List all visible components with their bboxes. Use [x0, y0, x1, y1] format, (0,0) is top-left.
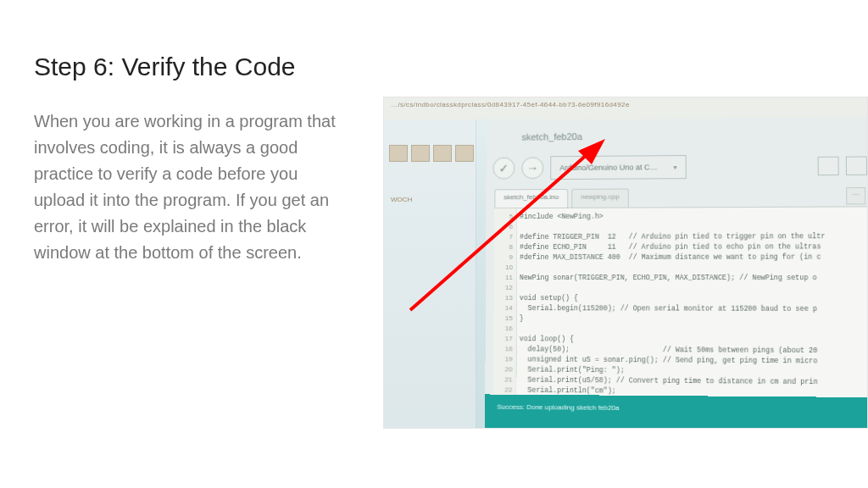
- serial-plotter-button[interactable]: [818, 157, 839, 175]
- arduino-ide-window: sketch_feb20a ✓ → Arduino/Genuino Uno at…: [485, 117, 868, 429]
- pane-button: [389, 145, 408, 162]
- line-number: 19: [494, 354, 516, 364]
- ide-sketch-title: sketch_feb20a: [521, 131, 582, 142]
- pane-side-label: WOCH: [391, 196, 412, 203]
- line-number-gutter: 567891011121314151617181920212223242526: [493, 208, 517, 398]
- ide-toolbar: ✓ → Arduino/Genuino Uno at C… ▾: [492, 151, 867, 182]
- line-number: 8: [494, 242, 516, 252]
- screenshot-photo: …/s/cs/indbo/classkdprclass/0d843917-45e…: [383, 97, 868, 429]
- line-number: 6: [494, 222, 516, 232]
- board-selector-label: Arduino/Genuino Uno at C…: [559, 163, 658, 172]
- serial-monitor-button[interactable]: [846, 156, 867, 175]
- verify-button[interactable]: ✓: [492, 158, 515, 180]
- tab-secondary[interactable]: newping.cpp: [571, 189, 628, 208]
- pane-button: [455, 145, 474, 162]
- line-number: 7: [494, 232, 516, 242]
- line-number: 11: [494, 273, 516, 283]
- line-number: 17: [494, 334, 516, 344]
- chevron-down-icon: ▾: [673, 164, 676, 171]
- line-number: 21: [493, 374, 515, 385]
- line-number: 13: [494, 293, 516, 303]
- tab-active[interactable]: sketch_feb20a.ino: [494, 189, 568, 208]
- line-number: 20: [493, 364, 515, 374]
- line-number: 9: [494, 252, 516, 263]
- browser-url-fragment: …/s/cs/indbo/classkdprclass/0d843917-45e…: [384, 97, 867, 119]
- browser-left-pane: WOCH: [384, 119, 476, 428]
- ide-code-area: 567891011121314151617181920212223242526 …: [493, 206, 868, 401]
- arrow-right-icon: →: [526, 161, 538, 175]
- line-number: 10: [494, 263, 516, 273]
- board-selector[interactable]: Arduino/Genuino Uno at C… ▾: [550, 155, 686, 180]
- line-number: 16: [494, 324, 516, 334]
- ide-status-bar: Success: Done uploading sketch feb20a: [485, 394, 868, 429]
- ide-tab-bar: sketch_feb20a.ino newping.cpp …: [494, 187, 865, 208]
- pane-button: [411, 145, 430, 162]
- code-content: #include <NewPing.h> #define TRIGGER_PIN…: [519, 207, 868, 401]
- line-number: 14: [494, 303, 516, 313]
- line-number: 5: [494, 212, 516, 222]
- line-number: 18: [494, 344, 516, 354]
- upload-button[interactable]: →: [521, 157, 543, 179]
- step-description: When you are working in a program that i…: [34, 108, 348, 266]
- line-number: 15: [494, 313, 516, 324]
- check-icon: ✓: [498, 162, 509, 175]
- line-number: 12: [494, 283, 516, 293]
- step-heading: Step 6: Verify the Code: [34, 53, 296, 81]
- pane-button: [433, 145, 452, 162]
- tab-overflow-button[interactable]: …: [846, 187, 865, 204]
